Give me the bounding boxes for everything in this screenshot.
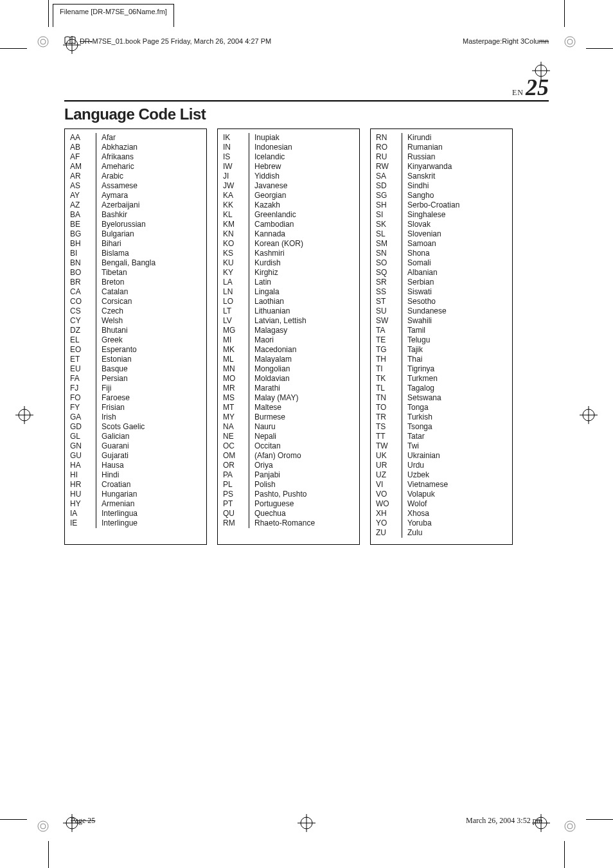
language-name: Aymara: [102, 191, 201, 200]
language-code: OR: [223, 461, 249, 470]
language-row: WOWolof: [376, 499, 507, 509]
language-name: Samoan: [407, 239, 507, 249]
language-row: TITigrinya: [376, 364, 507, 374]
language-name: Albanian: [407, 268, 507, 278]
language-code: FA: [70, 374, 96, 384]
language-name: Javanese: [254, 181, 354, 191]
language-code: PS: [223, 490, 249, 499]
language-name: Pashto, Pushto: [254, 490, 354, 499]
language-code: TI: [376, 364, 402, 374]
language-name: Yiddish: [254, 172, 354, 181]
language-row: AZAzerbaijani: [70, 200, 201, 210]
language-name: Galician: [102, 432, 201, 441]
language-code-columns: AAAfarABAbkhazianAFAfrikaansAMAmeharicAR…: [64, 128, 513, 545]
language-code: UZ: [376, 470, 402, 480]
language-code: KO: [223, 239, 249, 249]
language-code: TR: [376, 412, 402, 422]
language-row: LNLingala: [223, 287, 354, 297]
trim-mark: [564, 0, 565, 27]
language-name: Tigrinya: [407, 364, 507, 374]
language-code: RU: [376, 152, 402, 162]
language-name: Ameharic: [102, 162, 201, 172]
language-name: Xhosa: [407, 509, 507, 518]
language-row: PSPashto, Pushto: [223, 490, 354, 499]
language-code: MG: [223, 326, 249, 335]
bookline-text: M7SE_01.book Page 25 Friday, March 26, 2…: [93, 37, 463, 45]
language-code: BI: [70, 249, 96, 258]
language-name: Scots Gaelic: [102, 422, 201, 432]
language-name: Laothian: [254, 297, 354, 306]
language-name: (Afan) Oromo: [254, 451, 354, 461]
language-code: PA: [223, 470, 249, 480]
language-name: Sundanese: [407, 306, 507, 316]
language-name: Icelandic: [254, 152, 354, 162]
language-name: Persian: [102, 374, 201, 384]
language-name: Portuguese: [254, 499, 354, 509]
language-code: NE: [223, 432, 249, 441]
language-code: LN: [223, 287, 249, 297]
language-row: BEByelorussian: [70, 220, 201, 229]
language-name: Thai: [407, 355, 507, 364]
language-row: ZUZulu: [376, 528, 507, 538]
language-row: CYWelsh: [70, 316, 201, 326]
language-row: SLSlovenian: [376, 229, 507, 239]
language-code: AF: [70, 152, 96, 162]
language-code: SI: [376, 210, 402, 220]
language-code: ML: [223, 355, 249, 364]
book-info-line: DR- M7SE_01.book Page 25 Friday, March 2…: [64, 36, 549, 46]
language-row: SGSangho: [376, 191, 507, 200]
language-name: Setswana: [407, 393, 507, 403]
language-code: HR: [70, 480, 96, 490]
language-name: Frisian: [102, 403, 201, 412]
language-row: TATamil: [376, 326, 507, 335]
language-name: Moldavian: [254, 374, 354, 384]
language-name: Assamese: [102, 181, 201, 191]
language-name: Lingala: [254, 287, 354, 297]
registration-mark-icon: [37, 36, 49, 48]
registration-mark-icon: [564, 820, 576, 832]
language-code: GU: [70, 451, 96, 461]
page-number: EN 25: [512, 76, 549, 99]
trim-mark: [48, 0, 49, 27]
language-name: Greek: [102, 335, 201, 345]
language-code: SA: [376, 172, 402, 181]
language-row: PTPortuguese: [223, 499, 354, 509]
language-row: KUKurdish: [223, 258, 354, 268]
language-name: Urdu: [407, 461, 507, 470]
language-name: Irish: [102, 412, 201, 422]
page-title: Language Code List: [64, 105, 206, 123]
language-row: MSMalay (MAY): [223, 393, 354, 403]
language-row: EOEsperanto: [70, 345, 201, 355]
language-code: AA: [70, 133, 96, 143]
language-row: AFAfrikaans: [70, 152, 201, 162]
language-row: BIBislama: [70, 249, 201, 258]
language-name: Georgian: [254, 191, 354, 200]
language-name: Volapuk: [407, 490, 507, 499]
language-name: Twi: [407, 441, 507, 451]
language-code: GL: [70, 432, 96, 441]
language-name: Hausa: [102, 461, 201, 470]
language-row: HYArmenian: [70, 499, 201, 509]
language-code: EO: [70, 345, 96, 355]
language-row: OROriya: [223, 461, 354, 470]
language-name: Siswati: [407, 287, 507, 297]
language-row: KNKannada: [223, 229, 354, 239]
language-code: HU: [70, 490, 96, 499]
language-name: Tonga: [407, 403, 507, 412]
language-name: Somali: [407, 258, 507, 268]
language-name: Quechua: [254, 509, 354, 518]
language-name: Polish: [254, 480, 354, 490]
page-footer: Page 25 March 26, 2004 3:52 pm: [71, 816, 542, 826]
language-code: TG: [376, 345, 402, 355]
language-code: UK: [376, 451, 402, 461]
language-row: FYFrisian: [70, 403, 201, 412]
language-row: SKSlovak: [376, 220, 507, 229]
language-name: Kirghiz: [254, 268, 354, 278]
trim-mark: [564, 841, 565, 868]
language-code: MO: [223, 374, 249, 384]
language-name: Wolof: [407, 499, 507, 509]
language-name: Fiji: [102, 384, 201, 393]
language-code: FO: [70, 393, 96, 403]
language-code: TA: [376, 326, 402, 335]
language-row: BRBreton: [70, 278, 201, 287]
